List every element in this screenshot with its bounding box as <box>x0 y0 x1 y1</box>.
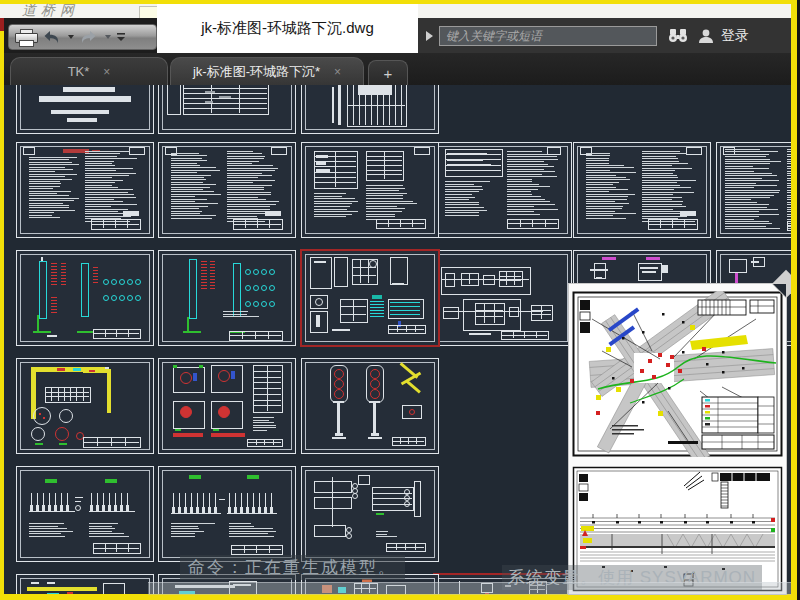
sheet-inner-frame <box>20 362 150 450</box>
sheet-inner-frame <box>305 470 435 558</box>
tab-label: jk-标准图-环城路下沉* <box>193 63 320 81</box>
tab-jk-standard[interactable]: jk-标准图-环城路下沉* × <box>170 57 364 85</box>
tab-tk[interactable]: TK* × <box>10 57 168 85</box>
command-status-text: 命令：正在重生成模型。 <box>180 555 405 580</box>
sheet-inner-frame <box>20 470 150 558</box>
drawing-thumbnail-wiring[interactable] <box>301 466 439 562</box>
print-button[interactable] <box>15 26 37 48</box>
preview-corner-notch <box>773 284 786 297</box>
binoculars-search-icon[interactable] <box>667 28 689 44</box>
sheet-inner-frame <box>20 578 150 595</box>
sheet-inner-frame <box>20 85 150 130</box>
sheet-inner-frame <box>438 146 568 234</box>
drawing-thumbnail-textWide[interactable] <box>716 142 791 238</box>
document-title-area: jk-标准图-环城路下沉.dwg <box>157 4 418 53</box>
sheet-inner-frame <box>20 146 150 234</box>
login-button[interactable]: 登录 <box>721 27 749 45</box>
sheet-inner-frame <box>162 85 292 130</box>
capture-border-left <box>0 18 4 600</box>
drawing-thumbnail-textNotes[interactable] <box>573 142 711 238</box>
search-input[interactable] <box>439 26 657 46</box>
sheet-inner-frame <box>577 146 707 234</box>
drawing-thumbnail-textTableLeft[interactable] <box>434 142 572 238</box>
redo-button[interactable] <box>79 26 98 48</box>
drawing-thumbnail-polesB[interactable] <box>158 250 296 346</box>
document-title: jk-标准图-环城路下沉.dwg <box>201 19 374 38</box>
sheet-preview-panel[interactable] <box>568 283 787 595</box>
drawing-canvas[interactable]: 命令：正在重生成模型。 系统变量。使用 SYSVARMON <box>4 85 791 595</box>
printer-icon <box>15 29 37 46</box>
sheet-inner-frame <box>305 254 435 342</box>
quick-access-toolbar <box>8 24 157 50</box>
sheet-inner-frame <box>20 254 150 342</box>
tab-close-icon[interactable]: × <box>334 65 341 79</box>
preview-intersection-plan <box>572 291 783 457</box>
drawing-thumbnail-signals[interactable] <box>301 358 439 454</box>
toolbar-customize-button[interactable] <box>116 26 126 48</box>
drawing-thumbnail-bars[interactable] <box>16 85 154 134</box>
sheet-inner-frame <box>162 470 292 558</box>
drawing-thumbnail-elevation[interactable] <box>16 466 154 562</box>
infocenter-bar: 登录 <box>418 18 791 53</box>
undo-menu-button[interactable] <box>66 26 74 48</box>
tab-close-icon[interactable]: × <box>103 65 110 79</box>
sheet-inner-frame <box>305 85 435 130</box>
application-window: 命令：正在重生成模型。 系统变量。使用 SYSVARMON 道桥网 jk-标准 <box>0 0 800 600</box>
sheet-inner-frame <box>720 146 791 234</box>
undo-button[interactable] <box>42 26 61 48</box>
drawing-thumbnail-textTables[interactable] <box>301 142 439 238</box>
drawing-thumbnail-textNotes[interactable] <box>158 142 296 238</box>
redo-icon <box>79 29 98 45</box>
titlebar-strip-right <box>418 4 791 18</box>
drawing-thumbnail-poles[interactable] <box>16 250 154 346</box>
tab-label: TK* <box>68 64 90 79</box>
sheet-inner-frame <box>305 146 435 234</box>
drawing-thumbnail-gantry[interactable] <box>16 358 154 454</box>
expand-arrow-icon[interactable] <box>426 31 433 41</box>
customize-chevron-icon <box>116 32 126 42</box>
caret-down-icon <box>68 35 74 39</box>
new-tab-button[interactable]: + <box>368 60 408 85</box>
watermark-text: 道桥网 <box>22 2 79 20</box>
drawing-thumbnail-textNotesRed[interactable] <box>16 142 154 238</box>
drawing-thumbnail-tableTop[interactable] <box>158 85 296 134</box>
sheet-inner-frame <box>438 254 568 342</box>
drawing-thumbnail-row5a[interactable] <box>16 574 154 595</box>
sheet-inner-frame <box>162 362 292 450</box>
sheet-inner-frame <box>162 254 292 342</box>
sheet-inner-frame <box>305 362 435 450</box>
drawing-thumbnail-system[interactable] <box>434 250 572 346</box>
undo-icon <box>42 29 61 45</box>
drawing-thumbnail-details[interactable] <box>158 358 296 454</box>
drawing-thumbnail-elevationB[interactable] <box>158 466 296 562</box>
caret-down-icon <box>105 35 111 39</box>
drawing-thumbnail-tableRight[interactable] <box>301 85 439 134</box>
sheet-inner-frame <box>162 146 292 234</box>
user-icon[interactable] <box>697 28 715 44</box>
command-line-bar[interactable] <box>148 582 791 595</box>
left-edge-marker <box>0 18 4 31</box>
drawing-thumbnail-cabinets-selected[interactable] <box>300 249 440 347</box>
file-tab-bar: TK* × jk-标准图-环城路下沉* × + <box>4 53 791 85</box>
redo-menu-button[interactable] <box>103 26 111 48</box>
